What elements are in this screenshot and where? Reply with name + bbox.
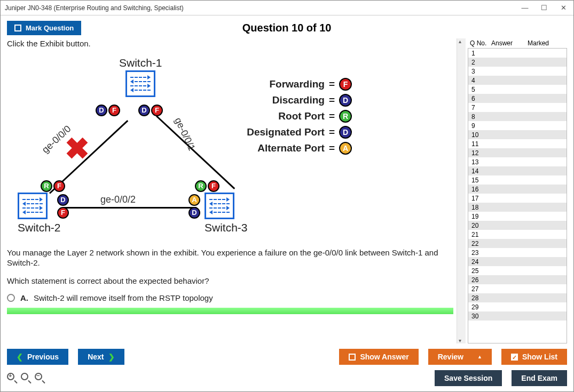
question-counter: Question 10 of 10: [81, 22, 492, 34]
port-r-icon: R: [195, 180, 207, 192]
switch2: Switch-2: [18, 193, 61, 234]
port-d-icon: D: [57, 194, 69, 206]
question-row[interactable]: 15: [468, 175, 567, 185]
mark-question-button[interactable]: Mark Question: [7, 21, 81, 35]
question-row[interactable]: 1: [468, 49, 567, 58]
close-icon[interactable]: ✕: [557, 4, 569, 12]
legend-dp-icon: D: [339, 126, 352, 139]
content-scrollbar[interactable]: [457, 38, 466, 343]
question-row[interactable]: 11: [468, 139, 567, 148]
link-line: [156, 115, 235, 189]
footer: ❮Previous Next❯ Show Answer Review▲ Show…: [1, 343, 573, 391]
question-list[interactable]: 1234567891011121314151617181920212223242…: [468, 48, 567, 343]
port-d-icon: D: [188, 207, 200, 219]
header: Mark Question Question 10 of 10: [1, 15, 573, 38]
question-row[interactable]: 24: [468, 257, 567, 266]
question-row[interactable]: 8: [468, 112, 567, 121]
legend-a-icon: A: [339, 142, 352, 155]
previous-button[interactable]: ❮Previous: [7, 349, 68, 365]
question-content: Click the Exhibit button. Switch-1 D: [7, 38, 457, 343]
checkbox-checked-icon: [511, 354, 518, 361]
checkbox-icon: [14, 25, 21, 31]
question-row[interactable]: 27: [468, 284, 567, 293]
switch-icon: [205, 193, 234, 219]
question-row[interactable]: 29: [468, 302, 567, 311]
question-row[interactable]: 20: [468, 221, 567, 230]
maximize-icon[interactable]: ☐: [538, 4, 550, 12]
question-row[interactable]: 6: [468, 94, 567, 103]
port-f-icon: F: [108, 105, 120, 116]
next-button[interactable]: Next❯: [78, 349, 124, 365]
exhibit-diagram: Switch-1 D F D F: [7, 57, 453, 238]
legend-d-icon: D: [339, 94, 352, 107]
question-row[interactable]: 28: [468, 293, 567, 302]
zoom-in-icon[interactable]: +: [7, 373, 18, 383]
question-row[interactable]: 26: [468, 275, 567, 284]
port-f-icon: F: [53, 180, 65, 192]
zoom-icon[interactable]: [21, 373, 32, 383]
switch-icon: [125, 70, 155, 97]
app-window: Juniper JN0-348 (Enterprise Routing and …: [0, 0, 574, 392]
question-row[interactable]: 19: [468, 212, 567, 221]
question-intro: Click the Exhibit button.: [7, 38, 453, 49]
zoom-out-icon[interactable]: −: [35, 373, 45, 383]
switch1: Switch-1: [119, 57, 162, 97]
show-answer-button[interactable]: Show Answer: [339, 349, 418, 365]
question-row[interactable]: 9: [468, 121, 567, 130]
port-d-icon: D: [96, 105, 107, 116]
mark-label: Mark Question: [26, 24, 74, 32]
legend-f-icon: F: [339, 78, 352, 91]
body: Click the Exhibit button. Switch-1 D: [1, 38, 573, 343]
option-a[interactable]: A. Switch-2 will remove itself from the …: [7, 293, 453, 302]
question-row[interactable]: 14: [468, 166, 567, 175]
port-f-icon: F: [208, 180, 219, 192]
question-row[interactable]: 3: [468, 67, 567, 76]
show-list-button[interactable]: Show List: [501, 349, 567, 365]
progress-bar: [7, 308, 453, 314]
legend: Forwarding=F Discarding=D Root Port=R De…: [247, 78, 352, 158]
switch-icon: [18, 193, 48, 219]
checkbox-icon: [349, 354, 356, 361]
question-row[interactable]: 13: [468, 157, 567, 166]
minimize-icon[interactable]: —: [519, 4, 531, 12]
question-row[interactable]: 17: [468, 194, 567, 203]
question-row[interactable]: 21: [468, 230, 567, 239]
window-title: Juniper JN0-348 (Enterprise Routing and …: [5, 4, 519, 12]
link-line: [63, 207, 196, 209]
radio-icon[interactable]: [7, 294, 15, 302]
question-row[interactable]: 25: [468, 266, 567, 275]
titlebar: Juniper JN0-348 (Enterprise Routing and …: [1, 1, 573, 15]
zoom-controls: + −: [7, 373, 45, 383]
review-button[interactable]: Review▲: [428, 349, 492, 365]
question-body-1: You manage the Layer 2 network shown in …: [7, 247, 453, 268]
port-d-icon: D: [138, 105, 150, 116]
question-row[interactable]: 18: [468, 203, 567, 212]
port-f-icon: F: [151, 105, 163, 116]
sidebar-header: Q No. Answer Marked: [468, 38, 567, 48]
switch3: Switch-3: [205, 193, 248, 234]
question-body-2: Which statement is correct about the exp…: [7, 276, 453, 286]
question-list-sidebar: Q No. Answer Marked 12345678910111213141…: [468, 38, 567, 343]
link-label: ge-0/0/2: [100, 194, 136, 205]
window-controls: — ☐ ✕: [519, 4, 569, 12]
main-panel: Click the Exhibit button. Switch-1 D: [7, 38, 457, 343]
port-f-icon: F: [57, 207, 69, 219]
question-row[interactable]: 12: [468, 148, 567, 157]
question-row[interactable]: 5: [468, 85, 567, 94]
question-row[interactable]: 10: [468, 130, 567, 139]
question-row[interactable]: 7: [468, 103, 567, 112]
question-row[interactable]: 2: [468, 58, 567, 67]
question-row[interactable]: 16: [468, 185, 567, 194]
end-exam-button[interactable]: End Exam: [512, 370, 567, 386]
question-row[interactable]: 23: [468, 248, 567, 257]
legend-r-icon: R: [339, 110, 352, 123]
save-session-button[interactable]: Save Session: [435, 370, 502, 386]
question-row[interactable]: 4: [468, 76, 567, 85]
question-row[interactable]: 30: [468, 311, 567, 321]
question-row[interactable]: 22: [468, 239, 567, 248]
port-a-icon: A: [188, 194, 200, 206]
port-r-icon: R: [41, 180, 52, 192]
